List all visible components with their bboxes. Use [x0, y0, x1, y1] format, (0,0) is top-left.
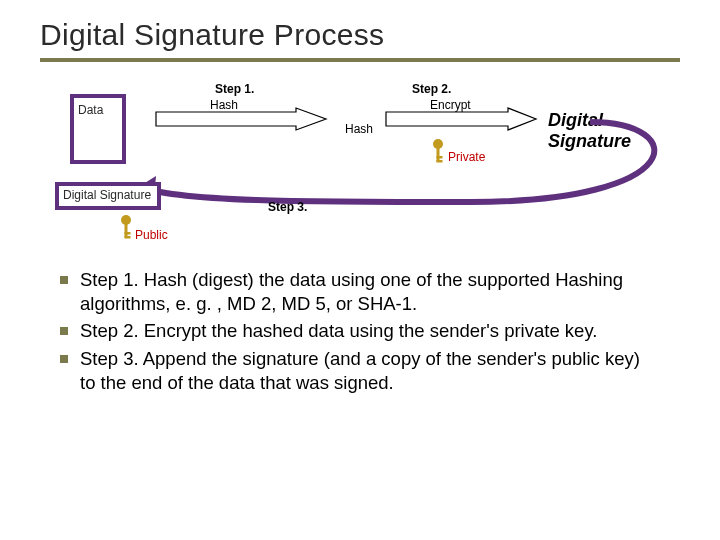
- svg-rect-10: [125, 236, 131, 239]
- page-title: Digital Signature Process: [40, 18, 680, 52]
- digital-signature-box: Digital Signature: [55, 182, 161, 210]
- list-item: Step 1. Hash (digest) the data using one…: [80, 268, 660, 315]
- slide: Digital Signature Process Step 1. Step 2…: [0, 0, 720, 540]
- curved-arrow: [110, 116, 670, 216]
- encrypt-arrow-label: Encrypt: [430, 98, 471, 112]
- diagram-area: Step 1. Step 2. Data Hash Hash Encrypt D…: [50, 82, 670, 262]
- step1-label: Step 1.: [215, 82, 254, 96]
- list-item: Step 3. Append the signature (and a copy…: [80, 347, 660, 394]
- svg-rect-9: [125, 232, 131, 235]
- title-rule: [40, 58, 680, 62]
- list-item: Step 2. Encrypt the hashed data using th…: [80, 319, 660, 343]
- step2-label: Step 2.: [412, 82, 451, 96]
- svg-rect-8: [125, 224, 128, 238]
- public-key-label: Public: [135, 228, 168, 242]
- step3-label: Step 3.: [268, 200, 307, 214]
- digital-signature-box-label: Digital Signature: [63, 188, 151, 202]
- bullet-list: Step 1. Hash (digest) the data using one…: [40, 268, 680, 394]
- data-box-label: Data: [78, 103, 103, 117]
- hash-arrow-label: Hash: [210, 98, 238, 112]
- public-key-icon: [118, 214, 134, 240]
- svg-point-7: [121, 215, 131, 225]
